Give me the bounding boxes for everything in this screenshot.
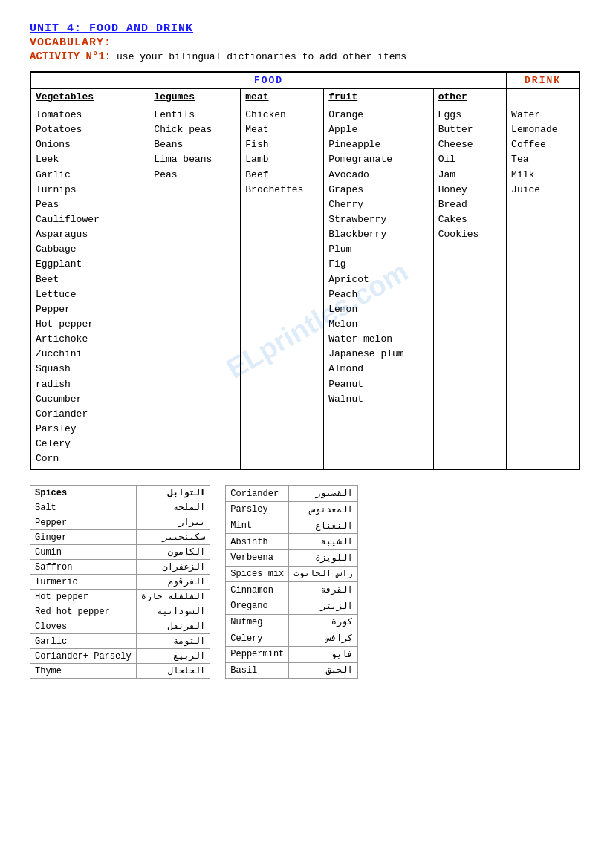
list-item: Garlic xyxy=(36,168,144,183)
spice-en: Cloves xyxy=(30,619,137,634)
spice-en: Coriander xyxy=(226,486,289,502)
spice-en: Spices mix xyxy=(226,566,289,582)
spices-row: Thymeالحلحال xyxy=(30,664,210,679)
spice-ar: سكينجبير xyxy=(136,530,210,545)
spices-row: Celeryكرافس xyxy=(226,630,357,647)
spices-row: Spices mixراس الحانوت xyxy=(226,566,357,582)
list-item: Asparagus xyxy=(36,227,144,242)
activity-label: ACTIVITY N°1: xyxy=(30,50,111,62)
list-item: Hot pepper xyxy=(36,317,144,332)
list-item: Water xyxy=(511,108,574,123)
spice-en: Turmeric xyxy=(30,575,137,590)
list-item: Blackberry xyxy=(328,227,429,242)
activity-desc: use your bilingual dictionaries to add o… xyxy=(117,51,406,62)
list-item: Squash xyxy=(36,362,144,376)
list-item: Lettuce xyxy=(36,287,144,302)
spice-en: Hot pepper xyxy=(30,590,137,604)
list-item: Celery xyxy=(36,437,144,451)
list-item: Eggplant xyxy=(36,257,144,272)
list-item: Chicken xyxy=(245,108,319,123)
list-item: Zucchini xyxy=(36,347,144,362)
spice-ar: المعدنوس xyxy=(289,502,357,518)
page-container: UNIT 4: FOOD AND DRINK VOCABULARY: ACTIV… xyxy=(30,22,580,679)
list-item: Potatoes xyxy=(36,123,144,137)
drink-header: DRINK xyxy=(507,72,580,89)
list-item: Chick peas xyxy=(154,123,236,137)
spices-row: Peppermintفايو xyxy=(226,646,357,662)
spices-row: Parsleyالمعدنوس xyxy=(226,502,357,518)
unit-title: UNIT 4: FOOD AND DRINK xyxy=(30,22,580,35)
spice-en: Nutmeg xyxy=(226,614,289,630)
spices-row: Cinnamonالقرفة xyxy=(226,582,357,598)
spice-en: Red hot pepper xyxy=(30,604,137,619)
spice-ar: الفرقوم xyxy=(136,575,210,590)
list-item: Coffee xyxy=(511,137,574,152)
list-item: Japanese plum xyxy=(328,347,429,362)
col-other-header: other xyxy=(433,89,506,105)
spices-row: Clovesالقرنفل xyxy=(30,619,210,634)
spices-row: Absinthالشيبة xyxy=(226,534,357,550)
spice-ar: كرافس xyxy=(289,630,357,647)
spice-en: Coriander+ Parsely xyxy=(30,649,137,664)
spice-en: Cinnamon xyxy=(226,582,289,598)
spice-ar: الشيبة xyxy=(289,534,357,550)
list-item: Leek xyxy=(36,152,144,167)
spice-en: Pepper xyxy=(30,515,137,530)
vegetables-list: TomatoesPotatoesOnionsLeekGarlicTurnipsP… xyxy=(36,108,144,466)
spices-row: Saltالملحة xyxy=(30,500,210,515)
list-item: Oil xyxy=(438,152,502,167)
list-item: Peach xyxy=(328,287,429,302)
spice-en: Basil xyxy=(226,662,289,679)
spices-row: Red hot pepperالسودانية xyxy=(30,604,210,619)
list-item: Peanut xyxy=(328,377,429,392)
list-item: Lemon xyxy=(328,302,429,317)
col-drink-header xyxy=(507,89,580,105)
spice-en: Oregano xyxy=(226,598,289,614)
list-item: Walnut xyxy=(328,392,429,407)
fruit-col: OrangeApplePineapplePomegranateAvocadoGr… xyxy=(324,105,434,470)
list-item: Coriander xyxy=(36,407,144,422)
spice-en: Salt xyxy=(30,500,137,515)
spices-row: Turmericالفرقوم xyxy=(30,575,210,590)
spice-ar: بيزار xyxy=(136,515,210,530)
legumes-list: LentilsChick peasBeansLima beansPeas xyxy=(154,108,236,183)
list-item: Apple xyxy=(328,123,429,137)
list-item: Cucumber xyxy=(36,392,144,407)
spices-left-table: Spices التوابل SaltالملحةPepperبيزارGing… xyxy=(30,485,210,679)
drink-col: WaterLemonadeCoffeeTeaMilkJuice xyxy=(507,105,580,470)
list-item: Artichoke xyxy=(36,332,144,347)
food-header: FOOD xyxy=(30,72,507,89)
spice-en: Cumin xyxy=(30,545,137,560)
spices-row: Pepperبيزار xyxy=(30,515,210,530)
list-item: Milk xyxy=(511,168,574,183)
list-item: Brochettes xyxy=(245,183,319,198)
spice-ar: الملحة xyxy=(136,500,210,515)
legumes-col: LentilsChick peasBeansLima beansPeas xyxy=(149,105,241,470)
spices-row: Hot pepperالفلفلة حارة xyxy=(30,590,210,604)
list-item: Fig xyxy=(328,257,429,272)
list-item: Jam xyxy=(438,168,502,183)
spice-en: Parsley xyxy=(226,502,289,518)
spice-ar: الحبق xyxy=(289,662,357,679)
spice-en: Celery xyxy=(226,630,289,647)
spice-ar: الكامون xyxy=(136,545,210,560)
col-meat-header: meat xyxy=(241,89,324,105)
list-item: Tea xyxy=(511,152,574,167)
spices-row: Cuminالكامون xyxy=(30,545,210,560)
list-item: Juice xyxy=(511,183,574,198)
col-vegetables-header: Vegetables xyxy=(30,89,149,105)
spices-title-ar: التوابل xyxy=(136,486,210,500)
spice-en: Ginger xyxy=(30,530,137,545)
list-item: Turnips xyxy=(36,183,144,198)
list-item: Lima beans xyxy=(154,152,236,167)
spice-ar: القرنفل xyxy=(136,619,210,634)
list-item: Tomatoes xyxy=(36,108,144,123)
spices-row: Nutmegكوزة xyxy=(226,614,357,630)
spices-right-table: CorianderالقصبورParsleyالمعدنوسMintالنعن… xyxy=(225,485,357,679)
spice-ar: التومة xyxy=(136,634,210,649)
spice-ar: راس الحانوت xyxy=(289,566,357,582)
list-item: Cookies xyxy=(438,227,502,242)
list-item: Butter xyxy=(438,123,502,137)
spice-ar: الفلفلة حارة xyxy=(136,590,210,604)
list-item: Cherry xyxy=(328,198,429,212)
